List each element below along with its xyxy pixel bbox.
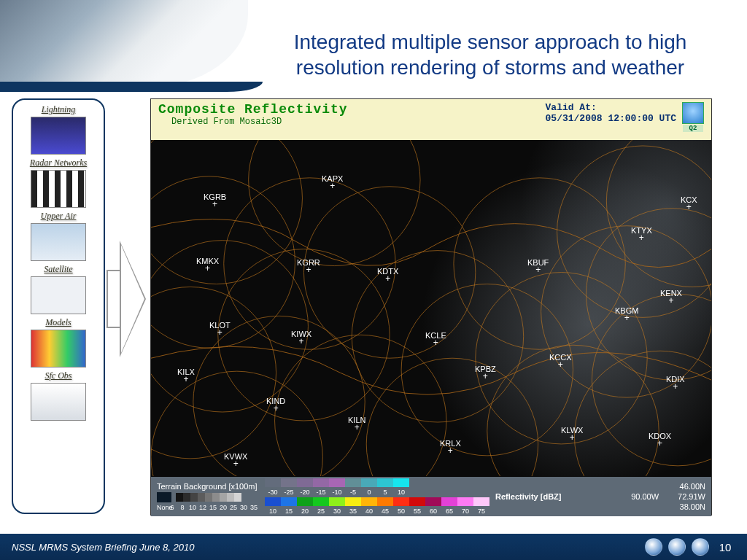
refl-bot-swatches	[265, 497, 489, 506]
extent-coords: 46.00N 90.00W 72.91W 38.00N	[631, 481, 705, 513]
sidebar-item-radar: Radar Networks	[16, 158, 101, 208]
station-kgrb: KGRB	[204, 192, 226, 207]
lat-n: 46.00N	[680, 481, 705, 491]
lon-e: 72.91W	[678, 491, 705, 502]
station-kgrr: KGRR	[297, 258, 320, 273]
station-kdtx: KDTX	[377, 267, 398, 281]
refl-top-swatches	[265, 478, 489, 487]
slide-footer: NSSL MRMS System Briefing June 8, 2010 1…	[0, 534, 747, 560]
valid-label: Valid At:	[546, 102, 676, 113]
thumb-models	[31, 330, 86, 368]
svg-point-21	[574, 351, 711, 476]
station-kapx: KAPX	[322, 174, 343, 189]
station-kmkx: KMKX	[196, 257, 219, 271]
sidebar-label: Radar Networks	[30, 158, 87, 168]
sidebar-label: Sfc Obs	[45, 370, 72, 381]
page-number: 10	[715, 541, 735, 553]
sidebar-label: Lightning	[42, 104, 76, 115]
thumb-sfcobs	[31, 383, 86, 421]
svg-point-22	[606, 140, 711, 287]
footer-text: NSSL MRMS System Briefing June 8, 2010	[12, 542, 195, 553]
station-kccx: KCCX	[549, 353, 572, 368]
product-title: Composite Reflectivity	[158, 102, 348, 117]
slide-title: Integrated multiple sensor approach to h…	[270, 29, 711, 80]
agency-seal-icon-1	[645, 538, 662, 556]
terrain-swatch-none	[157, 492, 171, 502]
station-kdix: KDIX	[666, 375, 685, 389]
station-kiwx: KIWX	[291, 330, 311, 344]
title-line-2: resolution rendering of storms and weath…	[296, 56, 684, 79]
thumb-upperair	[31, 223, 86, 261]
thumb-radar	[31, 170, 86, 208]
station-kbgm: KBGM	[615, 306, 638, 321]
sidebar-label: Upper Air	[41, 211, 77, 222]
valid-time: 05/31/2008 12:00:00 UTC	[546, 113, 676, 124]
thumb-satellite	[31, 276, 86, 314]
station-kcle: KCLE	[425, 331, 446, 346]
thumb-lightning	[31, 117, 86, 155]
station-kbuf: KBUF	[527, 258, 549, 273]
refl-bot-ticks: 1015202530354045505560657075	[265, 508, 489, 515]
sidebar-item-sfcobs: Sfc Obs	[16, 370, 101, 421]
legend-bar: Terrain Background [x100m] None681012152…	[151, 477, 711, 516]
station-kenx: KENX	[660, 289, 682, 303]
terrain-ticks: None6810121520253035	[157, 504, 259, 511]
q2-badge-icon	[682, 102, 704, 124]
map-panel: Composite Reflectivity Derived From Mosa…	[150, 98, 712, 516]
title-line-1: Integrated multiple sensor approach to h…	[294, 31, 687, 53]
terrain-legend-title: Terrain Background [x100m]	[157, 482, 259, 491]
station-kdox: KDOX	[649, 432, 671, 446]
agency-seal-icon-3	[692, 538, 709, 556]
station-kpbz: KPBZ	[475, 365, 496, 379]
header-cloud-graphic	[0, 0, 248, 88]
radar-map: KGRBKAPXKMKXKGRRKDTXKBUFKTYXKLOTKIWXKCLE…	[151, 140, 711, 477]
station-kind: KIND	[266, 397, 285, 411]
agency-seal-icon-2	[668, 538, 686, 556]
sensor-sidebar: Lightning Radar Networks Upper Air Satel…	[12, 98, 105, 514]
terrain-swatches	[176, 493, 241, 502]
map-header: Composite Reflectivity Derived From Mosa…	[151, 99, 711, 140]
sidebar-item-models: Models	[16, 317, 101, 368]
svg-point-12	[151, 287, 276, 458]
lat-s: 38.00N	[680, 502, 705, 512]
station-klwx: KLWX	[561, 426, 583, 440]
sidebar-item-satellite: Satellite	[16, 264, 101, 314]
sidebar-label: Satellite	[44, 264, 72, 275]
svg-point-19	[366, 358, 538, 476]
flow-arrow-icon	[107, 233, 147, 365]
station-ktyx: KTYX	[631, 226, 652, 241]
station-kvwx: KVWX	[224, 452, 247, 467]
station-kcx: KCX	[681, 195, 697, 210]
station-kilx: KILX	[177, 368, 195, 382]
sidebar-item-lightning: Lightning	[16, 104, 101, 155]
product-subtitle: Derived From Mosaic3D	[171, 117, 348, 127]
sidebar-label: Models	[45, 317, 71, 328]
station-krlx: KRLX	[440, 439, 461, 454]
station-kiln: KILN	[348, 416, 365, 430]
sidebar-item-upperair: Upper Air	[16, 211, 101, 261]
station-klot: KLOT	[209, 321, 231, 335]
svg-point-1	[249, 140, 420, 266]
refl-top-ticks: -30-25-20-15-10-50510	[265, 489, 489, 496]
lon-w: 90.00W	[631, 491, 659, 502]
refl-legend-title: Reflectivity [dBZ]	[495, 492, 561, 501]
